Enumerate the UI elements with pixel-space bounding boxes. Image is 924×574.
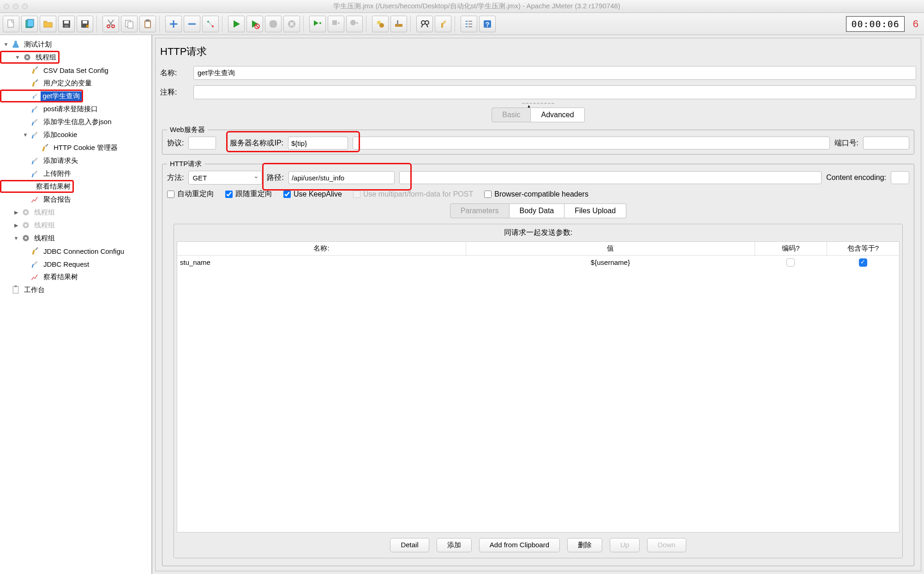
save-as-button[interactable] [77,16,93,32]
window-controls[interactable] [4,4,28,9]
path-extra-input[interactable] [399,171,822,184]
expand-button[interactable] [165,16,182,32]
start-button[interactable] [228,16,245,32]
web-server-legend: Web服务器 [167,126,208,134]
chk-keepalive[interactable]: Use KeepAlive [283,190,342,198]
clear-button[interactable] [372,16,389,32]
tab-files-upload[interactable]: Files Upload [564,203,626,218]
config-icon [30,78,40,88]
path-input[interactable] [288,171,395,184]
encoding-label: Content encoding: [826,173,886,182]
tree-item[interactable]: 用户定义的变量 [0,77,151,90]
port-input[interactable] [863,137,909,149]
open-button[interactable] [40,16,56,32]
new-file-button[interactable] [3,16,19,32]
remote-shutdown-button[interactable] [346,16,363,32]
tab-basic[interactable]: Basic [492,108,531,122]
clear-all-button[interactable] [390,16,407,32]
tree-item[interactable]: CSV Data Set Config [0,64,151,77]
shutdown-button[interactable] [283,16,300,32]
close-icon[interactable] [4,4,9,9]
chk-auto-redirect[interactable]: 自动重定向 [167,189,214,199]
templates-button[interactable] [21,16,38,32]
server-extra-input[interactable] [353,137,830,149]
expand-icon[interactable]: ▼ [3,42,9,47]
btn-add[interactable]: 添加 [437,538,472,552]
http-legend: HTTP请求 [167,160,204,168]
expand-icon[interactable]: ▶ [13,209,19,215]
zoom-icon[interactable] [22,4,28,9]
tree-item[interactable]: HTTP Cookie 管理器 [0,141,151,154]
tree-threadgroup-4[interactable]: ▼线程组 [0,232,151,245]
tree-threadgroup-1[interactable]: ▼ 线程组 [0,51,60,64]
btn-detail[interactable]: Detail [390,538,429,552]
tree-item[interactable]: 添加请求头 [0,154,151,167]
server-input[interactable] [288,137,348,149]
save-button[interactable] [58,16,75,32]
btn-add-clipboard[interactable]: Add from Clipboard [479,538,560,552]
tree-item[interactable]: 添加学生信息入参json [0,115,151,128]
protocol-input[interactable] [188,137,216,149]
start-no-timers-button[interactable] [246,16,263,32]
config-icon [30,66,40,75]
help-button[interactable]: ? [479,16,496,32]
active-threads-count: 6 [906,18,921,30]
tree-item[interactable]: post请求登陆接口 [0,102,151,115]
copy-button[interactable] [121,16,138,32]
btn-up[interactable]: Up [610,538,640,552]
params-header: 同请求一起发送参数: [174,224,902,241]
method-select[interactable]: GET [188,171,262,185]
clipboard-icon [11,285,20,294]
btn-delete[interactable]: 删除 [567,538,602,552]
paste-button[interactable] [139,16,156,32]
expand-icon[interactable]: ▶ [13,222,19,228]
params-table[interactable]: 名称: 值 编码? 包含等于? stu_name${username} [177,241,900,532]
svg-point-22 [350,20,356,25]
stop-button[interactable] [265,16,282,32]
reset-search-button[interactable] [435,16,451,32]
minimize-icon[interactable] [13,4,18,9]
expand-icon[interactable]: ▼ [22,132,29,138]
expand-icon[interactable]: ▼ [13,235,19,241]
tree-item[interactable]: JDBC Request [0,257,151,270]
tree-workbench[interactable]: 工作台 [0,283,151,296]
table-row[interactable]: stu_name${username} [177,256,899,269]
test-plan-tree[interactable]: ▼ 测试计划 ▼ 线程组 CSV Data Set Conf [0,35,152,574]
tree-item[interactable]: 上传附件 [0,167,151,180]
svg-rect-26 [395,24,402,27]
tree-item-results[interactable]: 察看结果树 [0,180,74,193]
tree-item[interactable]: ▼添加cookie [0,128,151,141]
remote-start-button[interactable] [309,16,326,32]
window-title: 学生压测.jmx (/Users/hecom/Desktop/自动化st/学生压… [33,2,920,11]
col-name: 名称: [177,242,466,256]
tree-item[interactable]: 聚合报告 [0,193,151,206]
chk-browser-headers[interactable]: Browser-compatible headers [484,190,588,198]
tree-root[interactable]: ▼ 测试计划 [0,38,151,51]
svg-point-36 [25,211,27,214]
collapse-button[interactable] [184,16,200,32]
tree-threadgroup-3[interactable]: ▶线程组 [0,219,151,232]
cut-button[interactable] [102,16,119,32]
chk-follow-redirect[interactable]: 跟随重定向 [225,189,272,199]
tab-advanced[interactable]: Advanced [531,108,584,122]
toggle-button[interactable] [202,16,219,32]
tab-body-data[interactable]: Body Data [510,203,565,218]
remote-stop-button[interactable] [328,16,344,32]
btn-down[interactable]: Down [647,538,686,552]
tree-item-selected[interactable]: get学生查询 [0,90,83,102]
tree-item[interactable]: JDBC Connection Configu [0,245,151,257]
expand-icon[interactable]: ▼ [14,54,21,60]
tree-threadgroup-2[interactable]: ▶线程组 [0,206,151,219]
split-handle[interactable]: ▲ [156,102,921,105]
equals-checkbox[interactable] [859,258,867,267]
sampler-icon [30,117,40,126]
search-button[interactable] [416,16,433,32]
function-helper-button[interactable] [461,16,477,32]
tab-parameters[interactable]: Parameters [450,203,510,218]
comment-input[interactable] [193,85,916,99]
encode-checkbox[interactable] [786,258,795,267]
name-input[interactable] [193,66,916,80]
encoding-input[interactable] [891,171,909,184]
svg-rect-13 [146,19,150,21]
tree-item[interactable]: 察看结果树 [0,270,151,283]
